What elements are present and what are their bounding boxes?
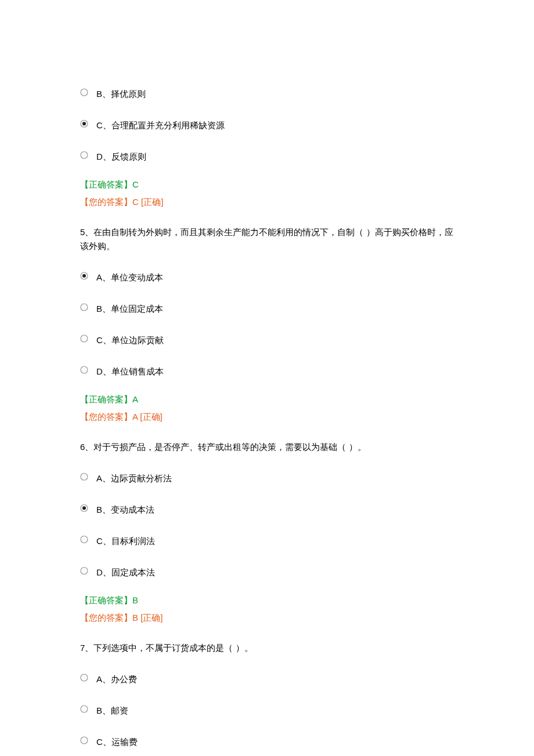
- svg-point-8: [81, 366, 88, 373]
- correct-answer-line: 【正确答案】B: [80, 593, 454, 607]
- correct-answer-label: 【正确答案】: [80, 179, 132, 189]
- your-answer-value: A: [132, 412, 138, 422]
- svg-point-3: [81, 152, 88, 159]
- option-row[interactable]: C、单位边际贡献: [80, 330, 454, 347]
- option-label: 邮资: [111, 705, 128, 715]
- option-row[interactable]: D、反馈原则: [80, 146, 454, 164]
- option-text: B、单位固定成本: [96, 298, 163, 316]
- question-block-0: B、择优原则C、合理配置并充分利用稀缺资源D、反馈原则【正确答案】C【您的答案】…: [80, 84, 454, 209]
- radio-unselected-icon[interactable]: [80, 88, 88, 96]
- your-answer-label: 【您的答案】: [80, 197, 132, 207]
- your-answer-line: 【您的答案】C [正确]: [80, 195, 454, 209]
- radio-unselected-icon[interactable]: [80, 736, 88, 744]
- option-letter: A、: [96, 674, 111, 684]
- option-letter: D、: [96, 567, 111, 577]
- your-answer-label: 【您的答案】: [80, 613, 132, 622]
- option-row[interactable]: B、变动成本法: [80, 499, 454, 517]
- svg-point-11: [82, 506, 86, 510]
- your-answer-value: C: [132, 197, 139, 207]
- question-prompt: 6、对于亏损产品，是否停产、转产或出租等的决策，需要以为基础（ ）。: [80, 440, 454, 454]
- svg-point-14: [81, 674, 88, 681]
- option-row[interactable]: B、择优原则: [80, 84, 454, 101]
- radio-unselected-icon[interactable]: [80, 151, 88, 159]
- option-text: C、合理配置并充分利用稀缺资源: [96, 115, 225, 132]
- svg-point-5: [82, 274, 86, 278]
- svg-point-13: [81, 567, 88, 574]
- option-row[interactable]: D、固定成本法: [80, 562, 454, 579]
- option-text: C、运输费: [96, 732, 138, 749]
- option-row[interactable]: B、邮资: [80, 700, 454, 718]
- question-prompt: 5、在由自制转为外购时，而且其剩余生产能力不能利用的情况下，自制（ ）高于购买价…: [80, 225, 454, 253]
- your-answer-line: 【您的答案】B [正确]: [80, 611, 454, 625]
- option-label: 单位边际贡献: [111, 335, 164, 345]
- question-block-1: 5、在由自制转为外购时，而且其剩余生产能力不能利用的情况下，自制（ ）高于购买价…: [80, 225, 454, 424]
- option-label: 固定成本法: [111, 567, 155, 577]
- your-answer-label: 【您的答案】: [80, 412, 132, 422]
- option-label: 反馈原则: [111, 152, 146, 161]
- option-row[interactable]: C、合理配置并充分利用稀缺资源: [80, 115, 454, 132]
- option-letter: B、: [96, 505, 111, 514]
- radio-unselected-icon[interactable]: [80, 535, 88, 543]
- option-letter: C、: [96, 120, 111, 130]
- radio-unselected-icon[interactable]: [80, 473, 88, 481]
- option-text: A、单位变动成本: [96, 267, 163, 285]
- option-letter: C、: [96, 737, 111, 747]
- option-letter: C、: [96, 335, 111, 345]
- correct-answer-value: B: [132, 595, 138, 605]
- option-text: B、邮资: [96, 700, 128, 718]
- option-text: A、边际贡献分析法: [96, 468, 172, 485]
- option-text: B、择优原则: [96, 84, 146, 101]
- radio-unselected-icon[interactable]: [80, 567, 88, 575]
- radio-unselected-icon[interactable]: [80, 303, 88, 311]
- correct-answer-label: 【正确答案】: [80, 394, 132, 404]
- svg-point-7: [81, 335, 88, 342]
- option-letter: B、: [96, 705, 111, 715]
- option-label: 合理配置并充分利用稀缺资源: [111, 120, 225, 130]
- option-text: D、单位销售成本: [96, 361, 164, 379]
- quiz-container: B、择优原则C、合理配置并充分利用稀缺资源D、反馈原则【正确答案】C【您的答案】…: [80, 84, 454, 756]
- radio-selected-icon[interactable]: [80, 120, 88, 128]
- option-letter: C、: [96, 536, 111, 546]
- correct-answer-label: 【正确答案】: [80, 595, 132, 605]
- option-row[interactable]: C、目标利润法: [80, 531, 454, 548]
- option-text: A、办公费: [96, 669, 137, 686]
- option-label: 办公费: [111, 674, 137, 684]
- radio-selected-icon[interactable]: [80, 504, 88, 512]
- option-row[interactable]: A、单位变动成本: [80, 267, 454, 285]
- option-row[interactable]: B、单位固定成本: [80, 298, 454, 316]
- radio-unselected-icon[interactable]: [80, 366, 88, 374]
- correct-answer-value: A: [132, 394, 138, 404]
- option-label: 运输费: [111, 737, 138, 747]
- correct-answer-line: 【正确答案】A: [80, 393, 454, 406]
- option-text: B、变动成本法: [96, 499, 154, 517]
- your-answer-value: B: [132, 613, 138, 622]
- option-letter: D、: [96, 366, 111, 376]
- option-label: 边际贡献分析法: [111, 473, 172, 483]
- option-label: 择优原则: [111, 89, 146, 99]
- svg-point-2: [82, 122, 86, 125]
- svg-point-6: [81, 304, 88, 311]
- option-label: 单位变动成本: [111, 272, 163, 282]
- option-row[interactable]: A、边际贡献分析法: [80, 468, 454, 485]
- svg-point-15: [81, 705, 88, 712]
- correct-answer-line: 【正确答案】C: [80, 178, 454, 192]
- radio-selected-icon[interactable]: [80, 272, 88, 280]
- option-text: D、反馈原则: [96, 146, 146, 164]
- question-block-2: 6、对于亏损产品，是否停产、转产或出租等的决策，需要以为基础（ ）。A、边际贡献…: [80, 440, 454, 625]
- option-row[interactable]: A、办公费: [80, 669, 454, 686]
- option-label: 单位固定成本: [111, 304, 163, 314]
- question-block-3: 7、下列选项中，不属于订货成本的是（ ）。A、办公费B、邮资C、运输费D、仓库费…: [80, 641, 454, 756]
- radio-unselected-icon[interactable]: [80, 334, 88, 343]
- option-letter: D、: [96, 152, 111, 161]
- option-letter: B、: [96, 304, 111, 314]
- svg-point-16: [81, 737, 88, 744]
- svg-point-9: [81, 473, 88, 480]
- question-prompt: 7、下列选项中，不属于订货成本的是（ ）。: [80, 641, 454, 655]
- radio-unselected-icon[interactable]: [80, 674, 88, 682]
- option-row[interactable]: D、单位销售成本: [80, 361, 454, 379]
- answer-status: [正确]: [140, 613, 163, 622]
- answer-status: [正确]: [140, 412, 162, 422]
- option-row[interactable]: C、运输费: [80, 732, 454, 749]
- radio-unselected-icon[interactable]: [80, 705, 88, 713]
- option-letter: A、: [96, 272, 111, 282]
